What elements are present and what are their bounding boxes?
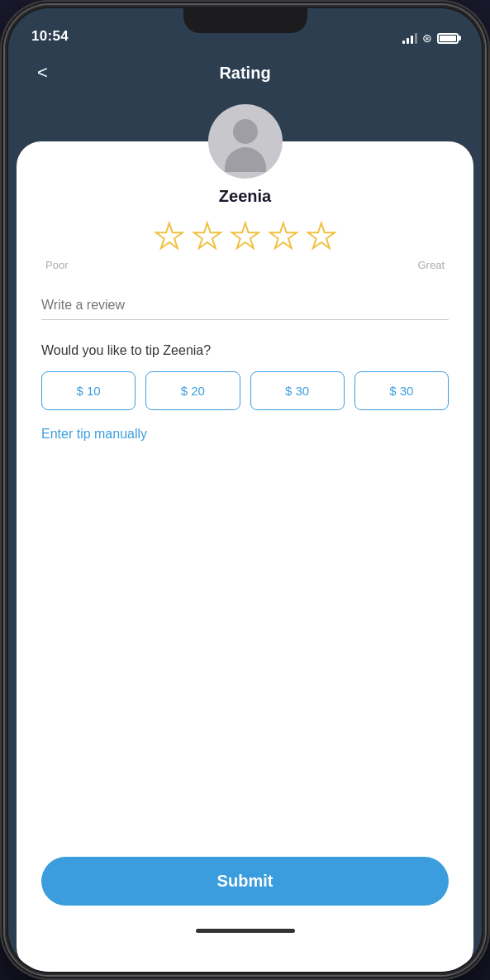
star-label-great: Great xyxy=(417,259,445,271)
star-4[interactable]: ★ xyxy=(268,219,299,254)
notch xyxy=(183,8,307,33)
star-3[interactable]: ★ xyxy=(230,219,261,254)
star-2[interactable]: ★ xyxy=(192,219,223,254)
review-input-section xyxy=(41,291,449,320)
avatar-person xyxy=(225,119,266,172)
tip-button-20[interactable]: $ 20 xyxy=(145,371,240,410)
signal-icon xyxy=(402,32,417,44)
tip-options: $ 10 $ 20 $ 30 $ 30 xyxy=(41,371,449,410)
content-card: Zeenia ★ ★ ★ ★ ★ Poor Great xyxy=(17,141,473,972)
home-bar xyxy=(196,929,295,933)
battery-icon xyxy=(437,33,459,44)
tip-section: Would you like to tip Zeenia? $ 10 $ 20 … xyxy=(41,343,449,442)
star-1[interactable]: ★ xyxy=(154,219,185,254)
review-input[interactable] xyxy=(41,291,449,320)
back-button[interactable]: < xyxy=(33,58,52,88)
home-indicator xyxy=(41,914,449,947)
tip-button-10[interactable]: $ 10 xyxy=(41,371,136,410)
tip-question: Would you like to tip Zeenia? xyxy=(41,343,449,358)
person-name: Zeenia xyxy=(41,187,449,206)
enter-tip-manually-link[interactable]: Enter tip manually xyxy=(41,427,147,442)
stars-labels: Poor Great xyxy=(41,259,449,271)
tip-button-30b[interactable]: $ 30 xyxy=(354,371,449,410)
avatar-container xyxy=(8,104,482,179)
star-label-poor: Poor xyxy=(45,259,68,271)
header: < Rating xyxy=(8,50,482,104)
submit-section: Submit xyxy=(41,840,449,914)
screen: 10:54 ⊛ < Rating xyxy=(8,8,482,972)
page-title: Rating xyxy=(219,64,270,83)
tip-button-30a[interactable]: $ 30 xyxy=(250,371,345,410)
avatar-head xyxy=(233,119,258,144)
spacer xyxy=(41,458,449,840)
stars-row: ★ ★ ★ ★ ★ xyxy=(154,219,337,254)
avatar-body xyxy=(225,147,266,172)
star-5[interactable]: ★ xyxy=(306,219,337,254)
avatar xyxy=(208,104,283,179)
status-icons: ⊛ xyxy=(402,31,459,45)
stars-section: ★ ★ ★ ★ ★ Poor Great xyxy=(41,219,449,271)
wifi-icon: ⊛ xyxy=(422,31,432,45)
submit-button[interactable]: Submit xyxy=(41,857,449,906)
status-time: 10:54 xyxy=(31,28,69,45)
phone-frame: 10:54 ⊛ < Rating xyxy=(0,0,490,980)
